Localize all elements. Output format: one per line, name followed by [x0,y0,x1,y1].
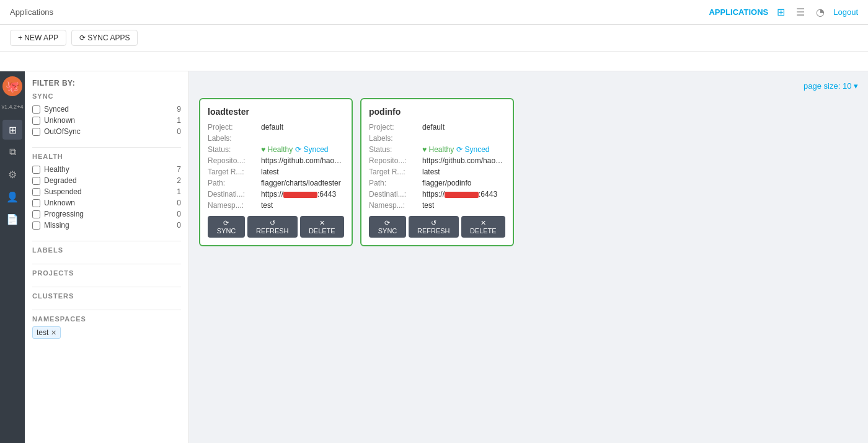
nav-settings-icon[interactable]: ⚙ [2,164,22,184]
filter-suspended[interactable]: Suspended 1 [32,186,181,197]
health-filter-section: HEALTH Healthy 7 Degraded 2 Suspended 1 … [32,153,181,231]
unknown-sync-count: 1 [171,116,181,125]
topbar-right: APPLICATIONS ⊞ ☰ ◔ Logout [709,5,858,19]
loadtester-repo-value: https://github.com/haoshuwei/argocd-s... [261,156,344,165]
nav-user-icon[interactable]: 👤 [2,187,22,207]
grid-view-button[interactable]: ⊞ [774,5,787,19]
loadtester-labels-label: Labels: [208,134,257,143]
cards-grid: loadtester Project: default Labels: Stat… [199,98,858,246]
loadtester-synced-badge: ⟳ Synced [295,145,328,154]
topbar-left: Applications [10,7,53,17]
podinfo-project-label: Project: [369,123,418,132]
loadtester-repo-label: Reposito...: [208,156,257,165]
applications-link[interactable]: APPLICATIONS [709,7,768,17]
degraded-label: Degraded [44,176,167,185]
topbar: Applications APPLICATIONS ⊞ ☰ ◔ Logout [0,0,868,25]
main-layout: 🐙 v1.4.2+4 ⊞ ⧉ ⚙ 👤 📄 FILTER BY: SYNC Syn… [0,71,868,443]
synced-count: 9 [171,105,181,114]
labels-section: LABELS [32,246,181,254]
loadtester-ns-row: Namesp...: test [208,201,344,210]
filter-degraded[interactable]: Degraded 2 [32,175,181,186]
loadtester-sync-button[interactable]: ⟳ SYNC [208,216,245,238]
filter-missing[interactable]: Missing 0 [32,220,181,231]
filter-title: FILTER BY: [32,79,181,87]
podinfo-delete-button[interactable]: ✕ DELETE [461,216,505,238]
logout-button[interactable]: Logout [833,7,858,17]
filter-outofsync[interactable]: OutOfSync 0 [32,126,181,137]
podinfo-dest-value: https:// :6443 [422,190,497,199]
outofsync-checkbox[interactable] [32,128,40,136]
sync-filter-section: SYNC Synced 9 Unknown 1 OutOfSync 0 [32,92,181,137]
progressing-label: Progressing [44,210,167,218]
podinfo-path-row: Path: flagger/podinfo [369,179,505,187]
filter-healthy[interactable]: Healthy 7 [32,164,181,175]
unknown-sync-label: Unknown [44,116,167,125]
loadtester-refresh-button[interactable]: ↺ REFRESH [247,216,298,238]
search-input[interactable] [10,56,858,66]
loadtester-title[interactable]: loadtester [208,107,344,117]
podinfo-project-value: default [422,123,445,132]
loadtester-status-label: Status: [208,145,257,154]
content-area: page size: 10 ▾ loadtester Project: defa… [189,71,868,443]
podinfo-dest-label: Destinati...: [369,190,418,199]
filter-progressing[interactable]: Progressing 0 [32,208,181,220]
podinfo-sync-button[interactable]: ⟳ SYNC [369,216,406,238]
filter-unknown-health[interactable]: Unknown 0 [32,197,181,208]
loadtester-delete-button[interactable]: ✕ DELETE [300,216,344,238]
degraded-checkbox[interactable] [32,177,40,185]
healthy-checkbox[interactable] [32,166,40,174]
app-card-loadtester: loadtester Project: default Labels: Stat… [199,98,353,246]
podinfo-dest-row: Destinati...: https:// :6443 [369,190,505,199]
new-app-button[interactable]: + NEW APP [10,30,66,46]
sync-apps-button[interactable]: ⟳ SYNC APPS [71,30,138,46]
namespace-tag-close[interactable]: ✕ [51,329,56,337]
podinfo-ns-label: Namesp...: [369,201,418,210]
nav-apps-icon[interactable]: ⊞ [2,120,22,140]
sidebar-nav: 🐙 v1.4.2+4 ⊞ ⧉ ⚙ 👤 📄 [0,71,25,443]
degraded-count: 2 [171,176,181,185]
loadtester-path-label: Path: [208,179,257,187]
podinfo-title[interactable]: podinfo [369,107,505,117]
app-card-podinfo: podinfo Project: default Labels: Status:… [360,98,514,246]
actionbar: + NEW APP ⟳ SYNC APPS [0,25,868,51]
projects-title: PROJECTS [32,269,181,277]
page-size-selector[interactable]: page size: 10 ▾ [804,81,858,91]
podinfo-repo-value: https://github.com/haoshuwei/argocd-s... [422,156,505,165]
missing-checkbox[interactable] [32,222,40,230]
projects-divider [32,287,181,287]
unknown-health-checkbox[interactable] [32,199,40,207]
labels-divider [32,264,181,264]
filter-panel: FILTER BY: SYNC Synced 9 Unknown 1 OutOf… [25,71,189,443]
nav-layers-icon[interactable]: ⧉ [2,142,22,162]
suspended-checkbox[interactable] [32,188,40,196]
podinfo-project-row: Project: default [369,123,505,132]
synced-label: Synced [44,105,167,114]
filter-synced[interactable]: Synced 9 [32,104,181,115]
new-app-label: + NEW APP [18,34,58,42]
missing-count: 0 [171,221,181,230]
outofsync-label: OutOfSync [44,127,167,136]
unknown-sync-checkbox[interactable] [32,117,40,125]
podinfo-status-row: Status: ♥ Healthy ⟳ Synced [369,145,505,154]
suspended-count: 1 [171,187,181,196]
podinfo-path-value: flagger/podinfo [422,179,471,187]
outofsync-count: 0 [171,127,181,136]
health-section-title: HEALTH [32,153,181,160]
list-view-button[interactable]: ☰ [794,5,807,19]
labels-title: LABELS [32,246,181,254]
podinfo-refresh-button[interactable]: ↺ REFRESH [409,216,459,238]
loadtester-target-row: Target R...: latest [208,168,344,176]
progressing-checkbox[interactable] [32,210,40,218]
unknown-health-count: 0 [171,199,181,207]
loadtester-dest-value: https:// :6443 [261,190,336,199]
chart-view-button[interactable]: ◔ [813,5,827,19]
nav-docs-icon[interactable]: 📄 [2,209,22,229]
filter-unknown-sync[interactable]: Unknown 1 [32,115,181,126]
loadtester-labels-row: Labels: [208,134,344,143]
synced-checkbox[interactable] [32,105,40,114]
podinfo-repo-label: Reposito...: [369,156,418,165]
podinfo-ns-value: test [422,201,434,210]
loadtester-actions: ⟳ SYNC ↺ REFRESH ✕ DELETE [208,216,344,238]
podinfo-status-badges: ♥ Healthy ⟳ Synced [422,145,490,154]
loadtester-project-label: Project: [208,123,257,132]
